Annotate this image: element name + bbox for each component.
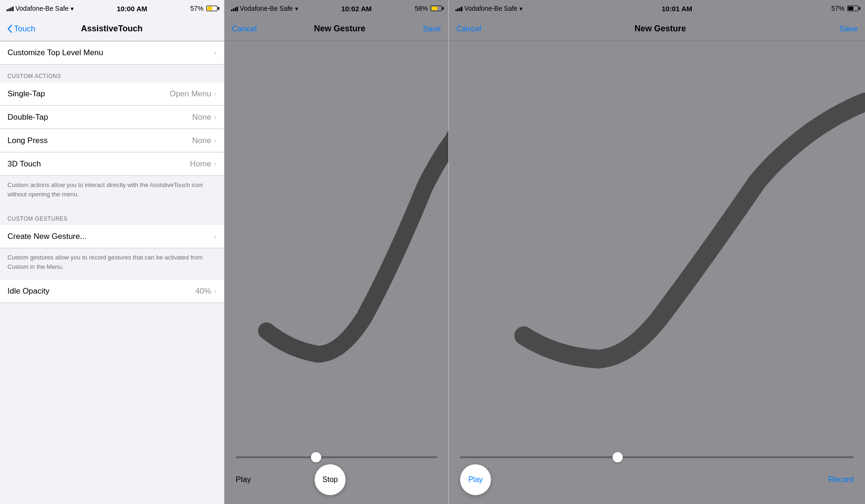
time-2: 10:02 AM bbox=[341, 5, 372, 13]
single-tap-value: Open Menu › bbox=[170, 89, 216, 99]
carrier-1: Vodafone-Be Safe bbox=[15, 5, 69, 12]
play-label-2: Play bbox=[236, 475, 251, 484]
signal-icon-1 bbox=[7, 6, 14, 11]
customize-top-level-menu[interactable]: Customize Top Level Menu › bbox=[0, 41, 224, 65]
back-label-1: Touch bbox=[14, 24, 35, 34]
long-press-row[interactable]: Long Press None › bbox=[0, 129, 224, 152]
custom-gestures-footer: Custom gestures allow you to record gest… bbox=[0, 248, 224, 280]
custom-actions-section: CUSTOM ACTIONS Single-Tap Open Menu › Do… bbox=[0, 65, 224, 207]
idle-opacity-label: Idle Opacity bbox=[7, 287, 50, 296]
carrier-3: Vodafone-Be Safe bbox=[464, 5, 518, 12]
chevron-back-icon-1 bbox=[7, 25, 12, 33]
wifi-icon-2: ▾ bbox=[295, 5, 298, 12]
signal-icon-3 bbox=[455, 6, 462, 11]
slider-container-3 bbox=[449, 453, 865, 462]
chevron-create-gesture: › bbox=[214, 232, 216, 241]
gesture-canvas-3[interactable] bbox=[449, 41, 865, 453]
customize-label: Customize Top Level Menu bbox=[7, 48, 103, 58]
double-tap-label: Double-Tap bbox=[7, 113, 48, 122]
panel-new-gesture-recording: Vodafone-Be Safe ▾ 10:02 AM 58% Cancel N… bbox=[224, 0, 449, 504]
play-btn-label-3: Play bbox=[468, 475, 483, 484]
chevron-icon-customize: › bbox=[214, 49, 216, 57]
gesture-path-svg-3 bbox=[449, 41, 865, 453]
slider-track-3[interactable] bbox=[460, 456, 854, 458]
chevron-long-press: › bbox=[214, 137, 216, 145]
nav-title-2: New Gesture bbox=[314, 24, 366, 34]
3d-touch-label: 3D Touch bbox=[7, 159, 41, 169]
status-left-3: Vodafone-Be Safe ▾ bbox=[455, 5, 523, 12]
double-tap-value-text: None bbox=[192, 113, 211, 122]
nav-bar-3: Cancel New Gesture Save bbox=[449, 17, 865, 41]
status-right-2: 58% bbox=[415, 5, 442, 12]
nav-title-3: New Gesture bbox=[634, 24, 686, 34]
battery-pct-3: 57% bbox=[831, 5, 844, 12]
status-bar-2: Vodafone-Be Safe ▾ 10:02 AM 58% bbox=[224, 0, 448, 17]
status-right-3: 57% bbox=[831, 5, 858, 12]
double-tap-row[interactable]: Double-Tap None › bbox=[0, 106, 224, 129]
double-tap-value: None › bbox=[192, 113, 216, 122]
idle-opacity-value-text: 40% bbox=[195, 287, 211, 296]
long-press-value-text: None bbox=[192, 136, 211, 145]
signal-icon-2 bbox=[231, 6, 238, 11]
custom-gestures-section: CUSTOM GESTURES Create New Gesture... › … bbox=[0, 207, 224, 280]
3d-touch-row[interactable]: 3D Touch Home › bbox=[0, 152, 224, 176]
wifi-icon-3: ▾ bbox=[519, 5, 523, 12]
carrier-2: Vodafone-Be Safe bbox=[240, 5, 293, 12]
long-press-value: None › bbox=[192, 136, 216, 145]
back-button-1[interactable]: Touch bbox=[7, 24, 35, 34]
status-left-1: Vodafone-Be Safe ▾ bbox=[7, 5, 74, 12]
single-tap-row[interactable]: Single-Tap Open Menu › bbox=[0, 82, 224, 106]
custom-actions-footer: Custom actions allow you to interact dir… bbox=[0, 176, 224, 207]
save-button-2[interactable]: Save bbox=[423, 24, 441, 34]
slider-thumb-2[interactable] bbox=[311, 452, 321, 462]
status-bar-1: Vodafone-Be Safe ▾ 10:00 AM 57% bbox=[0, 0, 224, 17]
gesture-canvas-2[interactable] bbox=[224, 41, 448, 453]
status-left-2: Vodafone-Be Safe ▾ bbox=[231, 5, 298, 12]
single-tap-value-text: Open Menu bbox=[170, 89, 211, 99]
cancel-button-3[interactable]: Cancel bbox=[456, 24, 481, 34]
battery-icon-3 bbox=[847, 6, 858, 11]
save-button-3[interactable]: Save bbox=[839, 24, 858, 34]
play-button-3[interactable]: Play bbox=[460, 464, 491, 495]
nav-bar-2: Cancel New Gesture Save bbox=[224, 17, 448, 41]
status-right-1: 57% bbox=[190, 5, 217, 12]
create-gesture-label: Create New Gesture... bbox=[7, 232, 86, 241]
gesture-path-svg-2 bbox=[224, 41, 448, 453]
slider-thumb-3[interactable] bbox=[613, 452, 623, 462]
chevron-single-tap: › bbox=[214, 90, 216, 98]
time-3: 10:01 AM bbox=[662, 5, 692, 13]
time-1: 10:00 AM bbox=[117, 5, 147, 13]
nav-bar-1: Touch AssistiveTouch bbox=[0, 17, 224, 41]
cancel-button-2[interactable]: Cancel bbox=[232, 24, 257, 34]
panel-assistivetouch: Vodafone-Be Safe ▾ 10:00 AM 57% Touch As… bbox=[0, 0, 224, 504]
nav-title-1: AssistiveTouch bbox=[81, 24, 143, 34]
wifi-icon-1: ▾ bbox=[71, 5, 74, 12]
panel-new-gesture-playing: Vodafone-Be Safe ▾ 10:01 AM 57% Cancel N… bbox=[449, 0, 865, 504]
3d-touch-value-text: Home bbox=[190, 159, 211, 169]
bottom-bar-3: Play Record bbox=[449, 462, 865, 504]
3d-touch-value: Home › bbox=[190, 159, 216, 169]
custom-actions-header: CUSTOM ACTIONS bbox=[0, 65, 224, 82]
custom-gestures-header: CUSTOM GESTURES bbox=[0, 207, 224, 225]
battery-icon-1 bbox=[206, 6, 217, 11]
chevron-double-tap: › bbox=[214, 113, 216, 122]
chevron-idle-opacity: › bbox=[214, 287, 216, 295]
battery-icon-2 bbox=[431, 6, 442, 11]
long-press-label: Long Press bbox=[7, 136, 48, 145]
idle-opacity-value: 40% › bbox=[195, 287, 216, 296]
slider-track-2[interactable] bbox=[236, 456, 437, 458]
chevron-3d-touch: › bbox=[214, 160, 216, 168]
single-tap-label: Single-Tap bbox=[7, 89, 45, 99]
stop-button-2[interactable]: Stop bbox=[315, 464, 346, 495]
stop-label-2: Stop bbox=[323, 475, 338, 484]
bottom-bar-2: Play Stop bbox=[224, 462, 448, 504]
battery-pct-1: 57% bbox=[190, 5, 203, 12]
create-new-gesture-row[interactable]: Create New Gesture... › bbox=[0, 225, 224, 248]
status-bar-3: Vodafone-Be Safe ▾ 10:01 AM 57% bbox=[449, 0, 865, 17]
idle-opacity-row[interactable]: Idle Opacity 40% › bbox=[0, 280, 224, 303]
slider-container-2 bbox=[224, 453, 448, 462]
battery-pct-2: 58% bbox=[415, 5, 428, 12]
record-button-3[interactable]: Record bbox=[828, 475, 854, 484]
